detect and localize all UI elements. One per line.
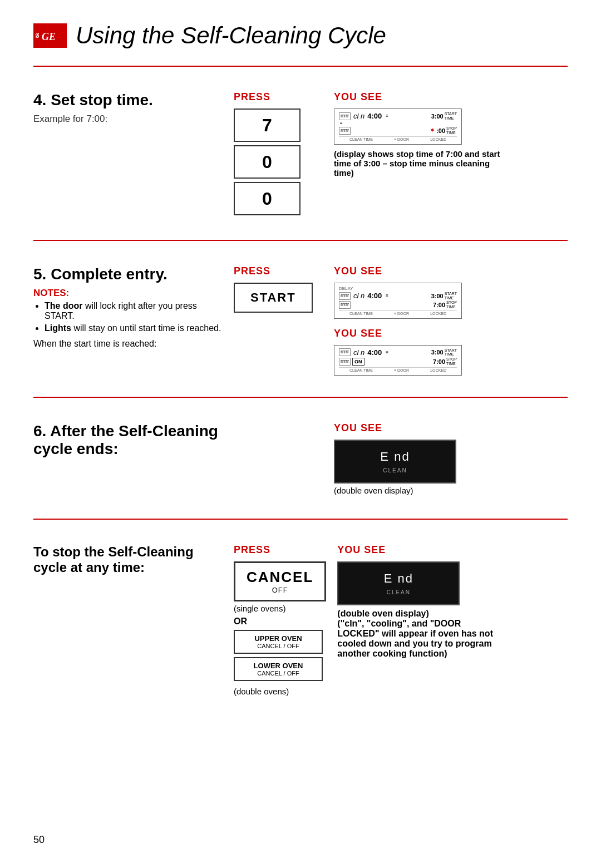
step6-heading: 6. After the Self-Cleaning cycle ends: [33, 422, 223, 458]
key-0-first[interactable]: 0 [234, 145, 300, 179]
cancel-off-label: OFF [247, 586, 313, 594]
stop-end-text: E nd [345, 571, 452, 586]
or-label: OR [234, 617, 326, 627]
stop-display-dark: E nd CLEAN [337, 561, 460, 605]
step5-yousee-label: YOU SEE [334, 265, 568, 277]
note-item-2: Lights will stay on until start time is … [45, 323, 223, 333]
section-step5: 5. Complete entry. NOTES: The door will … [33, 254, 568, 387]
wavy-top: rrrrr [339, 112, 351, 120]
step5-right: YOU SEE DELAY rrrrr cl n 4:00 ≡ 3:00 STA… [334, 265, 568, 376]
notes-subtext: When the start time is reached: [33, 339, 223, 349]
section-step6: 6. After the Self-Cleaning cycle ends: Y… [33, 411, 568, 509]
step4-display-note: (display shows stop time of 7:00 and sta… [334, 149, 512, 177]
step6-yousee-label: YOU SEE [334, 422, 568, 434]
page-title: Using the Self-Cleaning Cycle [76, 22, 386, 49]
logo-text: 𝒢︎ [34, 32, 39, 40]
stop-clean-label: CLEAN [345, 589, 452, 595]
step4-subtext: Example for 7:00: [33, 114, 223, 125]
lower-oven-cancel: CANCEL / OFF [240, 670, 316, 677]
double-ovens-label: (double ovens) [234, 687, 326, 696]
step4-press-label: PRESS [234, 91, 323, 103]
stop-right: YOU SEE E nd CLEAN (double oven display)… [337, 544, 568, 698]
start-button[interactable]: START [234, 283, 313, 313]
upper-oven-cancel: CANCEL / OFF [240, 643, 316, 649]
step5-left: 5. Complete entry. NOTES: The door will … [33, 265, 234, 376]
key-7[interactable]: 7 [234, 108, 300, 142]
page-number: 50 [33, 834, 45, 846]
wavy-bot: rrrrr [339, 127, 351, 135]
step5-press-label: PRESS [234, 265, 323, 277]
step4-display: rrrrr cl n 4:00 ≡ 3:00 STARTTIME ≡ rrr [334, 108, 462, 145]
upper-oven-name: UPPER OVEN [240, 634, 316, 643]
page-header: 𝒢︎ GE Using the Self-Cleaning Cycle [33, 22, 568, 49]
top-divider [33, 66, 568, 67]
upper-oven-button[interactable]: UPPER OVEN CANCEL / OFF [234, 630, 323, 654]
divider-stop [33, 519, 568, 520]
step4-right: YOU SEE rrrrr cl n 4:00 ≡ 3:00 STARTTIME [334, 91, 568, 219]
step5-display1: DELAY rrrrr cl n 4:00 ≡ 3:00 STARTTIME r… [334, 283, 462, 319]
step5-display2: rrrrr cl n 4:00 ≡ 3:00 STARTTIME rrrrr O… [334, 345, 462, 376]
svg-text:GE: GE [42, 31, 56, 42]
notes-list: The door will lock right after you press… [33, 301, 223, 333]
divider-step5 [33, 240, 568, 241]
on-indicator: ON [352, 358, 364, 366]
stop-press-label: PRESS [234, 544, 326, 556]
step6-right: YOU SEE E nd CLEAN (double oven display) [334, 422, 568, 497]
cln-label: cl n [353, 112, 364, 120]
stop-middle: PRESS CANCEL OFF (single ovens) OR UPPER… [234, 544, 337, 698]
stop-double-note: (double oven display) ("cln", "cooling",… [337, 609, 504, 659]
step4-heading: 4. Set stop time. [33, 91, 223, 109]
lower-oven-button[interactable]: LOWER OVEN CANCEL / OFF [234, 657, 323, 681]
step5-heading: 5. Complete entry. [33, 265, 223, 283]
cancel-button[interactable]: CANCEL OFF [234, 561, 326, 601]
lower-oven-name: LOWER OVEN [240, 662, 316, 670]
single-ovens-label: (single ovens) [234, 604, 326, 613]
step5-yousee-label2: YOU SEE [334, 328, 568, 339]
step4-middle: PRESS 7 0 0 [234, 91, 334, 219]
step4-yousee-label: YOU SEE [334, 91, 568, 103]
notes-heading: NOTES: [33, 288, 223, 299]
clean-label: CLEAN [342, 467, 449, 474]
step6-middle [234, 422, 334, 497]
step5-middle: PRESS START [234, 265, 334, 376]
stop-yousee-label: YOU SEE [337, 544, 568, 556]
stop-heading: To stop the Self-Cleaning cycle at any t… [33, 544, 223, 575]
section-stop: To stop the Self-Cleaning cycle at any t… [33, 533, 568, 709]
key-0-second[interactable]: 0 [234, 182, 300, 215]
cancel-label: CANCEL [247, 569, 313, 585]
center-time: 4:00 [367, 112, 382, 120]
note-item-1: The door will lock right after you press… [45, 301, 223, 321]
stop-left: To stop the Self-Cleaning cycle at any t… [33, 544, 234, 698]
brand-logo: 𝒢︎ GE [33, 23, 67, 48]
step6-left: 6. After the Self-Cleaning cycle ends: [33, 422, 234, 497]
delay-label: DELAY [339, 286, 457, 291]
step6-display-label: (double oven display) [334, 486, 568, 495]
step4-left: 4. Set stop time. Example for 7:00: [33, 91, 234, 219]
divider-step6 [33, 397, 568, 398]
step6-display-dark: E nd CLEAN [334, 440, 456, 484]
section-step4: 4. Set stop time. Example for 7:00: PRES… [33, 80, 568, 230]
end-text: E nd [342, 450, 449, 464]
